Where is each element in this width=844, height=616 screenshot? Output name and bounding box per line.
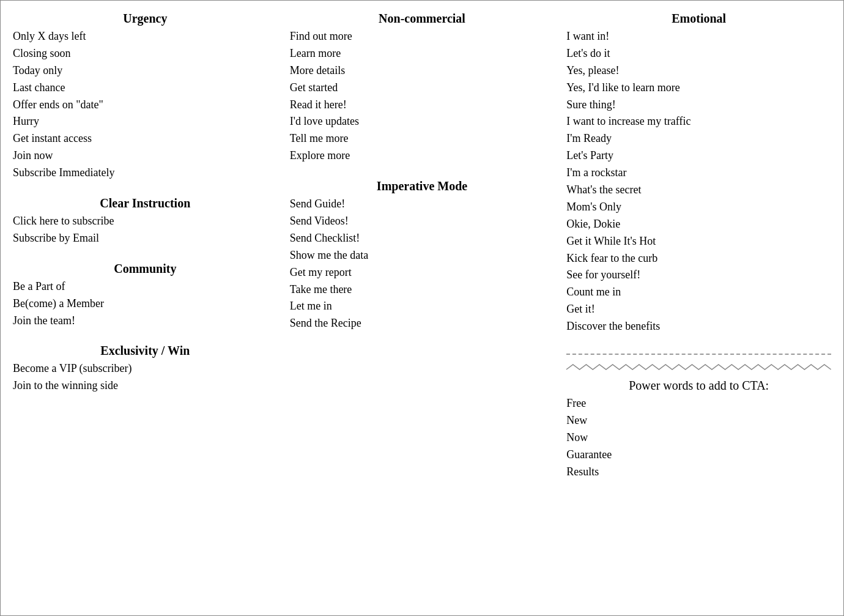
item-nc-4: Get started [290, 80, 555, 97]
item-nc-5: Read it here! [290, 97, 555, 114]
item-pw-2: New [566, 412, 831, 429]
section-exclusivity: Exclusivity / Win Become a VIP (subscrib… [13, 344, 278, 395]
zigzag-divider [566, 362, 831, 372]
heading-exclusivity: Exclusivity / Win [13, 344, 278, 358]
heading-emotional: Emotional [566, 12, 831, 26]
section-imperative-mode: Imperative Mode Send Guide! Send Videos!… [290, 179, 555, 332]
item-pw-3: Now [566, 429, 831, 447]
page-container: Urgency Only X days left Closing soon To… [0, 0, 844, 616]
item-em-17: Get it! [566, 301, 831, 318]
item-urgency-1: Only X days left [13, 28, 278, 45]
item-im-7: Let me in [290, 298, 555, 315]
item-em-11: Mom's Only [566, 199, 831, 216]
heading-urgency: Urgency [13, 12, 278, 26]
item-im-8: Send the Recipe [290, 315, 555, 332]
item-em-15: See for yourself! [566, 267, 831, 284]
section-community: Community Be a Part of Be(come) a Member… [13, 262, 278, 330]
item-clear-1: Click here to subscribe [13, 213, 278, 230]
item-em-14: Kick fear to the curb [566, 250, 831, 267]
section-emotional: Emotional I want in! Let's do it Yes, pl… [566, 12, 831, 335]
item-im-6: Take me there [290, 281, 555, 299]
item-clear-2: Subscribe by Email [13, 230, 278, 247]
column-urgency: Urgency Only X days left Closing soon To… [13, 12, 284, 603]
heading-power-words: Power words to add to CTA: [566, 379, 831, 393]
item-em-7: I'm Ready [566, 130, 831, 147]
item-im-3: Send Checklist! [290, 230, 555, 247]
item-em-10: What's the secret [566, 182, 831, 199]
item-urgency-7: Get instant access [13, 130, 278, 147]
heading-imperative-mode: Imperative Mode [290, 179, 555, 193]
item-nc-1: Find out more [290, 28, 555, 45]
item-em-5: Sure thing! [566, 97, 831, 114]
item-community-2: Be(come) a Member [13, 295, 278, 313]
item-em-6: I want to increase my traffic [566, 113, 831, 130]
item-pw-4: Guarantee [566, 447, 831, 464]
item-pw-5: Results [566, 464, 831, 481]
item-nc-8: Explore more [290, 147, 555, 165]
item-urgency-2: Closing soon [13, 45, 278, 62]
section-non-commercial: Non-commercial Find out more Learn more … [290, 12, 555, 165]
item-im-1: Send Guide! [290, 196, 555, 213]
item-em-3: Yes, please! [566, 62, 831, 80]
item-urgency-6: Hurry [13, 113, 278, 130]
heading-community: Community [13, 262, 278, 276]
item-nc-7: Tell me more [290, 130, 555, 147]
item-em-9: I'm a rockstar [566, 165, 831, 182]
power-words-heading-bold: Power words to add to CTA: [629, 379, 769, 392]
item-urgency-5: Offer ends on "date" [13, 97, 278, 114]
item-nc-6: I'd love updates [290, 113, 555, 130]
item-em-8: Let's Party [566, 147, 831, 165]
section-power-words: Power words to add to CTA: Free New Now … [566, 354, 831, 480]
item-community-1: Be a Part of [13, 278, 278, 295]
item-em-12: Okie, Dokie [566, 216, 831, 233]
item-em-16: Count me in [566, 284, 831, 301]
item-urgency-9: Subscribe Immediately [13, 165, 278, 182]
section-clear-instruction: Clear Instruction Click here to subscrib… [13, 196, 278, 247]
heading-clear-instruction: Clear Instruction [13, 196, 278, 210]
item-im-2: Send Videos! [290, 213, 555, 230]
heading-non-commercial: Non-commercial [290, 12, 555, 26]
item-em-1: I want in! [566, 28, 831, 45]
item-em-13: Get it While It's Hot [566, 233, 831, 250]
item-exclusivity-2: Join to the winning side [13, 377, 278, 395]
item-em-2: Let's do it [566, 45, 831, 62]
item-community-3: Join the team! [13, 313, 278, 330]
item-nc-3: More details [290, 62, 555, 80]
item-urgency-4: Last chance [13, 80, 278, 97]
item-urgency-3: Today only [13, 62, 278, 80]
item-exclusivity-1: Become a VIP (subscriber) [13, 360, 278, 377]
column-emotional: Emotional I want in! Let's do it Yes, pl… [560, 12, 831, 603]
item-nc-2: Learn more [290, 45, 555, 62]
item-em-18: Discover the benefits [566, 318, 831, 335]
item-im-4: Show me the data [290, 247, 555, 264]
section-urgency: Urgency Only X days left Closing soon To… [13, 12, 278, 182]
item-em-4: Yes, I'd like to learn more [566, 80, 831, 97]
item-urgency-8: Join now [13, 147, 278, 165]
item-im-5: Get my report [290, 264, 555, 281]
column-noncommercial: Non-commercial Find out more Learn more … [284, 12, 561, 603]
item-pw-1: Free [566, 395, 831, 412]
